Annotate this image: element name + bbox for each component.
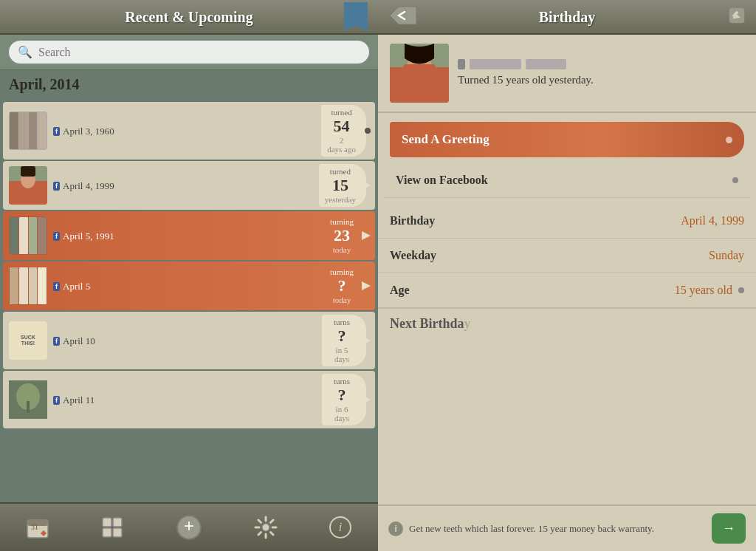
pencil-icon — [726, 5, 747, 26]
bday-tag-2: turned 15 yesterday — [319, 164, 366, 207]
nav-info-btn[interactable]: i — [317, 511, 364, 544]
birthday-list: f April 3, 1960 turned 54 2 days ago — [0, 97, 378, 502]
name-block-1 — [470, 59, 521, 69]
tag-sub-6b: days — [334, 414, 349, 422]
birthday-item-5[interactable]: SUCKTHIS! f April 10 turns ? in 5 days — [3, 312, 375, 369]
birthday-item-6[interactable]: f April 11 turns ? in 6 days — [3, 371, 375, 428]
view-facebook-dot — [732, 177, 738, 183]
add-icon: + — [176, 514, 202, 541]
tag-small-3: turning — [330, 217, 354, 226]
tag-small-5: turns — [334, 318, 350, 326]
right-header: Birthday — [378, 0, 756, 35]
weekday-label: Weekday — [390, 249, 436, 262]
name-initial — [458, 59, 465, 69]
svg-text:+: + — [184, 516, 194, 535]
right-content: Send A Greeting View on Facebook Birthda… — [378, 113, 756, 504]
tag-big-6: ? — [338, 386, 346, 405]
fb-icon-5: f — [53, 337, 60, 346]
bday-date-4: April 5 — [63, 281, 90, 292]
bday-info-2: f April 4, 1999 — [47, 179, 319, 192]
send-greeting-banner[interactable]: Send A Greeting — [390, 122, 744, 157]
birthday-item-2[interactable]: f April 4, 1999 turned 15 yesterday — [3, 161, 375, 210]
bday-date-1: April 3, 1960 — [63, 126, 114, 137]
person-name-row — [458, 59, 744, 69]
detail-row-weekday: Weekday Sunday — [378, 239, 756, 273]
weekday-value: Sunday — [709, 249, 744, 262]
left-title: Recent & Upcoming — [12, 9, 366, 26]
calendar-icon: 31 — [26, 516, 49, 539]
svg-rect-10 — [103, 518, 111, 527]
month-label: April, 2014 — [0, 70, 378, 97]
back-button[interactable] — [387, 4, 419, 30]
age-dot — [738, 287, 744, 293]
svg-rect-12 — [103, 528, 111, 537]
svg-rect-6 — [27, 401, 30, 413]
nav-calendar-btn[interactable]: 31 — [14, 511, 61, 544]
svg-text:31: 31 — [31, 523, 38, 531]
fb-icon-1: f — [53, 127, 60, 136]
ad-banner: i Get new teeth which last forever. 15 y… — [378, 504, 756, 551]
detail-row-birthday: Birthday April 4, 1999 — [378, 204, 756, 239]
bday-info-4: f April 5 — [47, 279, 322, 292]
svg-line-22 — [270, 533, 273, 535]
avatar-3 — [9, 216, 47, 255]
bday-info-1: f April 3, 1960 — [47, 124, 321, 137]
search-input[interactable] — [38, 46, 360, 59]
detail-rows: Birthday April 4, 1999 Weekday Sunday Ag… — [378, 204, 756, 308]
person-info: Turned 15 years old yesterday. — [458, 59, 744, 88]
tag-sub-1b: days ago — [327, 145, 356, 154]
search-bar: 🔍 — [0, 35, 378, 70]
nav-add-btn[interactable]: + — [164, 510, 214, 545]
tag-small-2: turned — [330, 167, 351, 176]
tag-big-2: 15 — [332, 176, 348, 195]
svg-text:i: i — [339, 521, 342, 533]
svg-line-24 — [258, 533, 261, 535]
ad-info-icon[interactable]: i — [388, 521, 403, 536]
info-icon: i — [329, 516, 352, 539]
bday-info-5: f April 10 — [47, 334, 322, 347]
ad-text: Get new teeth which last forever. 15 yea… — [409, 523, 706, 535]
svg-line-21 — [258, 520, 261, 523]
birthday-item-1[interactable]: f April 3, 1960 turned 54 2 days ago — [3, 102, 375, 160]
person-photo — [390, 44, 449, 103]
age-value: 15 years old — [675, 284, 744, 297]
bday-date-6: April 11 — [63, 394, 94, 406]
right-title: Birthday — [539, 9, 596, 26]
ad-go-button[interactable]: → — [712, 513, 746, 544]
tag-sub-5b: days — [334, 355, 349, 363]
bday-tag-6: turns ? in 6 days — [322, 374, 366, 425]
nav-grid-btn[interactable] — [89, 511, 136, 544]
left-bottom-nav: 31 + — [0, 502, 378, 551]
avatar-6 — [9, 380, 47, 419]
tag-sub-5a: in 5 — [336, 346, 348, 355]
birthday-item-3[interactable]: f April 5, 1991 turning 23 today — [3, 211, 375, 260]
tag-sub-6a: in 6 — [336, 405, 348, 414]
girl-photo-svg — [9, 166, 47, 205]
bday-date-5: April 10 — [63, 335, 95, 347]
birthday-value: April 4, 1999 — [681, 214, 744, 227]
bookmark-icon[interactable] — [344, 2, 368, 32]
avatar-5: SUCKTHIS! — [9, 321, 47, 360]
settings-icon — [254, 516, 278, 539]
search-input-wrap[interactable]: 🔍 — [9, 41, 369, 64]
person-subtitle: Turned 15 years old yesterday. — [458, 72, 744, 88]
bday-date-3: April 5, 1991 — [63, 230, 114, 242]
nav-settings-btn[interactable] — [242, 511, 289, 544]
fb-icon-3: f — [53, 232, 60, 241]
svg-rect-3 — [21, 166, 35, 177]
tag-big-3: 23 — [334, 226, 350, 245]
tag-sub-4: today — [333, 295, 351, 304]
fb-icon-4: f — [53, 282, 60, 291]
tag-small-4: turning — [330, 267, 354, 276]
birthday-item-4[interactable]: f April 5 turning ? today — [3, 261, 375, 310]
view-facebook-row[interactable]: View on Facebook — [384, 163, 750, 198]
tag-big-5: ? — [338, 326, 346, 346]
fb-icon-2: f — [53, 182, 60, 191]
tag-sub-1: 2 — [340, 136, 344, 145]
person-card: Turned 15 years old yesterday. — [378, 35, 756, 113]
back-arrow-icon — [387, 4, 419, 27]
name-block-2 — [526, 59, 566, 69]
edit-button[interactable] — [726, 5, 747, 29]
bday-date-2: April 4, 1999 — [63, 180, 114, 192]
fb-icon-6: f — [53, 396, 60, 405]
